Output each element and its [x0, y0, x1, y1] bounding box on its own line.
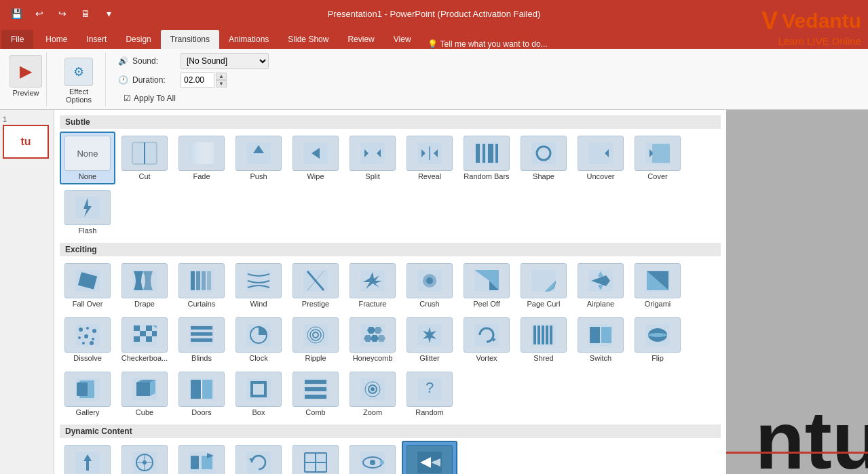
transition-page-curl[interactable]: Page Curl [516, 259, 571, 312]
slide-content-area: ntu [726, 110, 868, 474]
transition-checkerboard[interactable]: Checkerboa... [117, 313, 172, 366]
transition-random-bars-icon [464, 136, 510, 171]
preview-button[interactable]: ▶ Preview [10, 55, 42, 97]
tab-slideshow[interactable]: Slide Show [278, 30, 338, 49]
transition-clock[interactable]: Clock [231, 313, 286, 366]
ribbon-content: ▶ Preview Preview ⚙ Effect Options 🔊 Sou… [0, 49, 868, 110]
transition-crush-icon [407, 263, 453, 298]
transition-curtains[interactable]: Curtains [174, 259, 229, 312]
transition-fly-through[interactable]: Fly T... Fly Through [402, 441, 457, 474]
slide-panel: 1 tu [0, 110, 54, 474]
transition-fade[interactable]: Fade [174, 132, 229, 184]
transition-random[interactable]: ? Random [402, 368, 457, 420]
transition-dissolve[interactable]: Dissolve [60, 313, 115, 366]
effect-options-button[interactable]: ⚙ Effect Options [59, 55, 98, 106]
tab-insert[interactable]: Insert [77, 30, 116, 49]
svg-rect-21 [588, 142, 613, 164]
transition-orbit[interactable]: Orbit [345, 441, 400, 474]
transition-glitter[interactable]: Glitter [402, 313, 457, 366]
transition-none-icon: None [64, 136, 111, 171]
duration-up-button[interactable]: ▲ [216, 73, 227, 80]
transition-cut[interactable]: Cut [117, 132, 172, 184]
tab-view[interactable]: View [384, 30, 421, 49]
transition-split[interactable]: Split [345, 132, 400, 184]
sound-select[interactable]: [No Sound] [181, 53, 269, 69]
transition-curtains-icon [178, 263, 225, 298]
tell-me[interactable]: 💡 Tell me what you want to do... [428, 39, 548, 49]
transition-drape[interactable]: Drape [117, 259, 172, 312]
clock-icon: 🕐 [118, 75, 128, 85]
svg-rect-124 [86, 461, 89, 471]
tab-file[interactable]: File [1, 30, 33, 49]
transition-airplane[interactable]: Airplane [573, 259, 628, 312]
svg-rect-92 [550, 325, 552, 344]
duration-down-button[interactable]: ▼ [216, 80, 227, 87]
transition-origami[interactable]: Origami [630, 259, 685, 312]
svg-rect-94 [590, 327, 600, 343]
transition-cover-icon [635, 136, 681, 171]
transition-fracture[interactable]: Fracture [345, 259, 400, 312]
transition-doors[interactable]: Doors [174, 368, 229, 420]
undo-button[interactable]: ↩ [30, 4, 49, 23]
transition-uncover[interactable]: Uncover [573, 132, 628, 184]
save-button[interactable]: 💾 [7, 4, 26, 23]
transition-shape[interactable]: Shape [516, 132, 571, 184]
tab-review[interactable]: Review [338, 30, 383, 49]
transition-flip[interactable]: Flip [630, 313, 685, 366]
vedantu-v-icon: V [761, 7, 778, 35]
svg-rect-90 [542, 325, 544, 344]
svg-rect-16 [483, 144, 485, 163]
duration-input[interactable] [181, 72, 214, 88]
tab-animations[interactable]: Animations [219, 30, 278, 49]
transition-zoom[interactable]: Zoom [345, 368, 400, 420]
transition-rotate[interactable]: Rotate [231, 441, 286, 474]
transition-prestige[interactable]: Prestige [288, 259, 343, 312]
presentation-mode-button[interactable]: 🖥 [76, 4, 95, 23]
sound-icon: 🔊 [118, 56, 128, 66]
transition-window[interactable]: Window [288, 441, 343, 474]
transition-crush[interactable]: Crush [402, 259, 457, 312]
transition-conveyor[interactable]: Conveyor [174, 441, 229, 474]
quick-access-toolbar: 💾 ↩ ↪ 🖥 ▾ [7, 4, 118, 23]
transition-wind[interactable]: Wind [231, 259, 286, 312]
transition-peel-off[interactable]: Peel Off [459, 259, 514, 312]
transition-honeycomb[interactable]: Honeycomb [345, 313, 400, 366]
tab-design[interactable]: Design [116, 30, 160, 49]
transition-fall-over[interactable]: Fall Over [60, 259, 115, 312]
transition-none[interactable]: None None [60, 132, 115, 184]
svg-point-129 [143, 460, 147, 465]
svg-point-52 [86, 327, 89, 330]
svg-point-54 [78, 336, 81, 339]
svg-point-55 [84, 334, 88, 338]
slide-thumbnail[interactable]: tu [3, 125, 49, 159]
transition-reveal[interactable]: Reveal [402, 132, 457, 184]
transition-random-bars[interactable]: Random Bars [459, 132, 514, 184]
section-exciting-label: Exciting [60, 243, 721, 256]
transition-flash[interactable]: Flash [60, 186, 115, 239]
tab-home[interactable]: Home [36, 30, 77, 49]
svg-marker-104 [150, 380, 155, 396]
transition-ferris-wheel[interactable]: Ferris Wheel [117, 441, 172, 474]
transitions-panel[interactable]: Subtle None None Cut Fade [54, 110, 726, 474]
transition-gallery[interactable]: Gallery [60, 368, 115, 420]
redo-button[interactable]: ↪ [53, 4, 72, 23]
transition-box[interactable]: Box [231, 368, 286, 420]
transition-comb[interactable]: Comb [288, 368, 343, 420]
qat-dropdown-button[interactable]: ▾ [99, 4, 118, 23]
transition-pan[interactable]: Pan [60, 441, 115, 474]
transition-shred[interactable]: Shred [516, 313, 571, 366]
transition-vortex[interactable]: Vortex [459, 313, 514, 366]
svg-rect-68 [191, 326, 212, 330]
transition-ripple[interactable]: Ripple [288, 313, 343, 366]
svg-rect-91 [546, 325, 548, 344]
transition-cube[interactable]: Cube [117, 368, 172, 420]
apply-to-all-button[interactable]: ☑ Apply To All [118, 91, 181, 106]
svg-rect-65 [146, 336, 152, 342]
tab-transitions[interactable]: Transitions [161, 30, 219, 49]
transition-blinds[interactable]: Blinds [174, 313, 229, 366]
transition-push[interactable]: Push [231, 132, 286, 184]
transition-clock-icon [235, 317, 282, 353]
transition-switch[interactable]: Switch [573, 313, 628, 366]
transition-cover[interactable]: Cover [630, 132, 685, 184]
transition-wipe[interactable]: Wipe [288, 132, 343, 184]
